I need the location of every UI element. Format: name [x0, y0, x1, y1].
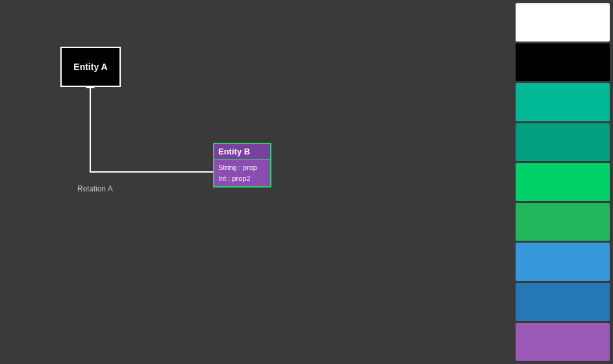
swatch-teal-light[interactable] — [516, 83, 610, 121]
entity-b-body: String : prop Int : prop2 — [214, 160, 270, 186]
swatch-purple[interactable] — [516, 323, 610, 361]
entity-b-header: Entity B — [214, 144, 270, 160]
entity-b-prop2: Int : prop2 — [218, 173, 266, 184]
swatch-blue-mid[interactable] — [516, 283, 610, 321]
relation-a-label: Relation A — [77, 184, 113, 193]
diagram-canvas: Entity A Entity B String : prop Int : pr… — [0, 0, 425, 364]
entity-a-label: Entity A — [73, 62, 107, 72]
color-palette — [512, 0, 613, 364]
entity-b-box[interactable]: Entity B String : prop Int : prop2 — [213, 143, 271, 188]
swatch-white[interactable] — [516, 3, 610, 42]
swatch-green-light[interactable] — [516, 163, 610, 201]
swatch-black[interactable] — [516, 43, 610, 82]
swatch-blue-light[interactable] — [516, 243, 610, 281]
entity-a-box[interactable]: Entity A — [60, 47, 121, 87]
swatch-green-mid[interactable] — [516, 203, 610, 241]
swatch-teal-mid[interactable] — [516, 123, 610, 162]
entity-b-prop1: String : prop — [218, 162, 266, 173]
